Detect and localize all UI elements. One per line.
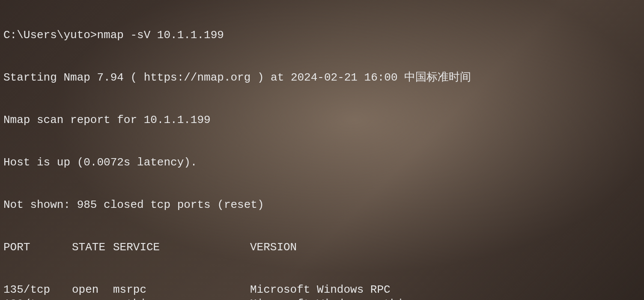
cell-state: open — [72, 283, 113, 297]
cell-version: Microsoft Windows netbios-ssn — [250, 297, 641, 300]
table-row: 139/tcpopennetbios-ssnMicrosoft Windows … — [3, 297, 641, 300]
table-row: 135/tcpopenmsrpcMicrosoft Windows RPC — [3, 283, 641, 297]
header-state: STATE — [72, 240, 113, 255]
cell-service: msrpc — [113, 283, 250, 297]
header-port: PORT — [3, 240, 72, 255]
cell-port: 135/tcp — [3, 283, 72, 297]
ports-table-header: PORTSTATESERVICEVERSION — [3, 240, 641, 255]
header-service: SERVICE — [113, 240, 250, 255]
cell-version: Microsoft Windows RPC — [250, 283, 641, 297]
nmap-report-line: Nmap scan report for 10.1.1.199 — [3, 113, 641, 127]
command-line: C:\Users\yuto>nmap -sV 10.1.1.199 — [3, 28, 641, 42]
nmap-banner-line: Starting Nmap 7.94 ( https://nmap.org ) … — [3, 71, 641, 85]
nmap-host-line: Host is up (0.0072s latency). — [3, 156, 641, 170]
typed-command: nmap -sV 10.1.1.199 — [97, 29, 224, 42]
ports-table-body: 135/tcpopenmsrpcMicrosoft Windows RPC139… — [3, 283, 641, 300]
cell-service: netbios-ssn — [113, 297, 250, 300]
header-version: VERSION — [250, 240, 641, 255]
cell-port: 139/tcp — [3, 297, 72, 300]
cell-state: open — [72, 297, 113, 300]
shell-prompt: C:\Users\yuto> — [3, 29, 97, 42]
terminal-output: C:\Users\yuto>nmap -sV 10.1.1.199 Starti… — [3, 0, 641, 300]
nmap-notshown-line: Not shown: 985 closed tcp ports (reset) — [3, 198, 641, 212]
